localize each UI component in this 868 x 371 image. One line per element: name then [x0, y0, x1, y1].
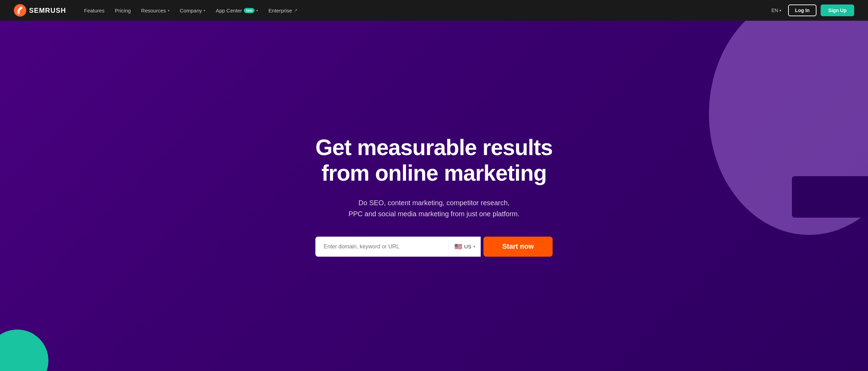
search-input-container: 🇺🇸 US ▾ — [315, 237, 481, 257]
hero-heading: Get measurable results from online marke… — [315, 135, 553, 186]
search-input[interactable] — [315, 237, 449, 257]
nav-item-company[interactable]: Company ▾ — [176, 5, 210, 16]
us-flag-icon: 🇺🇸 — [454, 243, 462, 250]
nav-item-enterprise[interactable]: Enterprise ↗ — [264, 5, 301, 16]
app-center-chevron-icon: ▾ — [256, 9, 258, 12]
hero-section: Get measurable results from online marke… — [0, 21, 868, 371]
navbar-right: EN ▾ Log In Sign Up — [769, 4, 854, 16]
language-selector[interactable]: EN ▾ — [769, 6, 784, 15]
app-center-badge: new — [244, 8, 255, 13]
navbar: SEMRUSH Features Pricing Resources ▾ Com… — [0, 0, 868, 21]
enterprise-external-icon: ↗ — [294, 8, 297, 13]
hero-subheading: Do SEO, content marketing, competitor re… — [315, 197, 553, 219]
logo[interactable]: SEMRUSH — [14, 4, 66, 17]
country-selector[interactable]: 🇺🇸 US ▾ — [449, 243, 481, 250]
semrush-logo-text: SEMRUSH — [29, 7, 66, 15]
resources-chevron-icon: ▾ — [168, 9, 169, 12]
login-button[interactable]: Log In — [788, 4, 816, 16]
nav-item-app-center[interactable]: App Center new ▾ — [212, 5, 262, 16]
lang-chevron-icon: ▾ — [779, 9, 781, 12]
circle-notch-decoration — [792, 176, 868, 218]
search-bar: 🇺🇸 US ▾ Start now — [315, 237, 553, 257]
nav-item-pricing[interactable]: Pricing — [111, 5, 135, 16]
nav-menu: Features Pricing Resources ▾ Company ▾ A… — [80, 5, 769, 16]
hero-content: Get measurable results from online marke… — [302, 135, 566, 256]
country-chevron-icon: ▾ — [473, 245, 475, 248]
semrush-logo-icon — [14, 4, 26, 17]
company-chevron-icon: ▾ — [204, 9, 205, 12]
green-arc-decoration — [0, 330, 48, 371]
start-now-button[interactable]: Start now — [483, 237, 553, 257]
signup-button[interactable]: Sign Up — [821, 4, 854, 16]
nav-item-resources[interactable]: Resources ▾ — [137, 5, 174, 16]
nav-item-features[interactable]: Features — [80, 5, 109, 16]
